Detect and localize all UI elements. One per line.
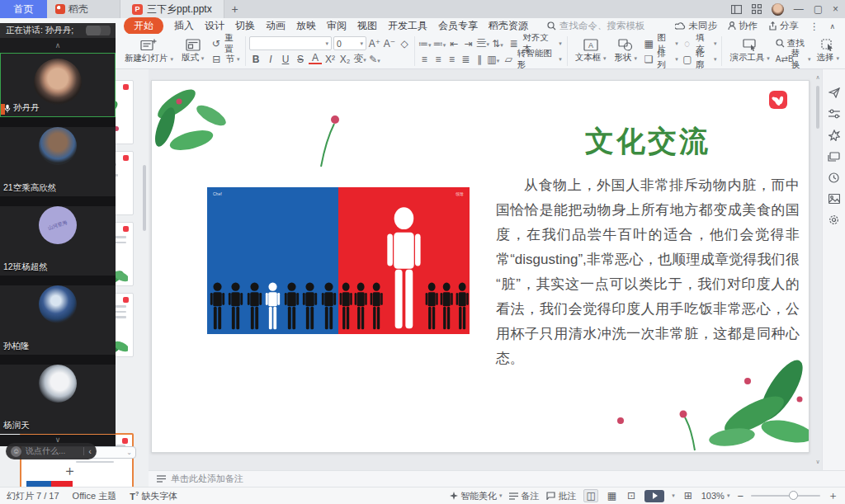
vertical-scrollbar[interactable]: ∧ ∨ xyxy=(814,74,821,465)
distribute-icon[interactable]: ∥ xyxy=(474,54,486,65)
chat-input-placeholder[interactable]: 说点什么... xyxy=(26,445,79,457)
zoom-in-button[interactable]: ＋ xyxy=(828,488,838,503)
tab-animation[interactable]: 动画 xyxy=(266,19,286,33)
user-avatar[interactable] xyxy=(772,3,784,16)
tab-devtools[interactable]: 开发工具 xyxy=(388,19,427,33)
animation-icon[interactable] xyxy=(828,130,840,141)
scroll-down-icon[interactable]: ∨ xyxy=(814,459,821,465)
collapse-up-icon[interactable]: ∧ xyxy=(0,38,116,53)
slide-sorter-view-button[interactable]: ▦ xyxy=(606,490,618,502)
thumbnail-scrollbar[interactable] xyxy=(143,165,146,231)
tab-view[interactable]: 视图 xyxy=(357,19,377,33)
add-slide-plus-button[interactable]: ＋ xyxy=(63,461,77,480)
reading-view-button[interactable]: ⊡ xyxy=(625,490,637,502)
participant-tile[interactable]: 孙柏隆 xyxy=(0,285,116,355)
slide-layout-icon[interactable] xyxy=(828,152,840,162)
maximize-button[interactable]: ▢ xyxy=(814,4,823,14)
apps-grid-icon[interactable] xyxy=(752,4,762,14)
tab-home-ribbon[interactable]: 开始 xyxy=(124,17,163,35)
shape-button[interactable]: 形状 ▾ xyxy=(611,35,641,67)
more-menu-icon[interactable]: ⋮ xyxy=(810,21,819,32)
meeting-chat-pill[interactable]: ☺ 说点什么... ‹ xyxy=(6,443,97,459)
decrease-indent-icon[interactable]: ⇤ xyxy=(447,38,460,49)
strikethrough-button[interactable]: S xyxy=(294,54,307,65)
missing-font-warning[interactable]: T? 缺失字体 xyxy=(130,490,177,502)
notes-bar[interactable]: 单击此处添加备注 xyxy=(149,470,845,487)
tab-transition[interactable]: 切换 xyxy=(235,19,255,33)
tab-review[interactable]: 审阅 xyxy=(327,19,347,33)
participant-tile[interactable]: 山河里海 12班杨超然 xyxy=(0,206,116,276)
tab-design[interactable]: 设计 xyxy=(205,19,224,33)
east-west-boss-infographic[interactable]: Chef 领导 xyxy=(207,187,470,334)
collaborate-button[interactable]: 协作 xyxy=(728,20,758,32)
normal-view-button[interactable]: ◫ xyxy=(583,489,597,502)
text-effect-button[interactable]: 变▾ xyxy=(353,52,366,66)
columns-icon[interactable]: ▥▾ xyxy=(487,54,499,65)
reset-button[interactable]: ↺重置 xyxy=(208,36,242,51)
tab-insert[interactable]: 插入 xyxy=(174,19,194,33)
new-slide-button[interactable]: 新建幻灯片 ▾ xyxy=(120,35,177,67)
align-right-icon[interactable]: ≡ xyxy=(446,54,458,65)
docer-tab[interactable]: 稻壳 xyxy=(47,0,97,18)
decrease-font-icon[interactable]: A⁻ xyxy=(383,38,396,49)
tab-docer-res[interactable]: 稻壳资源 xyxy=(489,19,528,33)
scroll-up-icon[interactable]: ∧ xyxy=(814,74,821,81)
slide-title[interactable]: 文化交流 xyxy=(496,122,800,161)
justify-icon[interactable]: ≣ xyxy=(460,54,472,65)
arrange-button[interactable]: ❏排列▾ xyxy=(641,52,680,67)
text-direction-icon[interactable]: 亖▾ xyxy=(476,36,489,50)
subscript-button[interactable]: X₂ xyxy=(338,54,352,65)
highlight-button[interactable]: ✎▾ xyxy=(368,54,381,65)
increase-font-icon[interactable]: A⁺ xyxy=(368,38,381,49)
participant-tile[interactable]: 杨润天 xyxy=(0,365,116,434)
zoom-level[interactable]: 103%▾ xyxy=(701,491,730,501)
align-center-icon[interactable]: ≡ xyxy=(432,54,445,65)
settings-gear-icon[interactable] xyxy=(828,214,839,225)
emoji-icon[interactable]: ☺ xyxy=(11,446,21,457)
line-spacing-icon[interactable]: ⇅▾ xyxy=(491,38,504,49)
close-button[interactable]: × xyxy=(833,4,838,14)
present-tools-button[interactable]: 演示工具 ▾ xyxy=(725,35,773,67)
outline-button[interactable]: ▢轮廓▾ xyxy=(680,52,719,67)
bullet-list-icon[interactable]: ≔▾ xyxy=(418,38,432,49)
increase-indent-icon[interactable]: ⇥ xyxy=(462,38,475,49)
section-button[interactable]: ⊟节▾ xyxy=(208,52,242,67)
play-options-caret[interactable]: ▾ xyxy=(672,492,675,499)
fit-window-button[interactable]: ⊞ xyxy=(682,490,694,502)
participant-tile[interactable]: 孙丹丹 xyxy=(0,53,116,117)
smart-graphic-button[interactable]: ▱转智能图形▾ xyxy=(501,52,564,67)
collapse-ribbon-icon[interactable]: ∧ xyxy=(829,22,835,31)
layout-switch-icon[interactable] xyxy=(731,5,742,14)
italic-button[interactable]: I xyxy=(264,54,277,65)
tab-slideshow[interactable]: 放映 xyxy=(296,19,316,33)
theme-name[interactable]: Office 主题 xyxy=(73,490,117,502)
play-slideshow-button[interactable] xyxy=(644,490,664,502)
select-button[interactable]: 选择 ▾ xyxy=(813,35,843,67)
align-left-icon[interactable]: ≡ xyxy=(418,54,431,65)
sync-status[interactable]: 未同步 xyxy=(675,20,717,32)
bold-button[interactable]: B xyxy=(249,54,262,65)
home-tab[interactable]: 首页 xyxy=(0,0,47,18)
scrollbar-thumb[interactable] xyxy=(816,86,819,129)
zoom-slider-thumb[interactable] xyxy=(789,491,798,500)
number-list-icon[interactable]: ≕▾ xyxy=(433,38,446,49)
new-tab-button[interactable]: + xyxy=(224,0,246,18)
chat-collapse-icon[interactable]: ‹ xyxy=(88,447,92,456)
layout-button[interactable]: 版式 ▾ xyxy=(177,35,208,67)
notes-toggle[interactable]: 备注 xyxy=(509,490,539,502)
minimize-button[interactable]: — xyxy=(794,4,804,14)
document-tab[interactable]: P 三下乡ppt.pptx xyxy=(120,0,224,18)
superscript-button[interactable]: X² xyxy=(323,54,337,65)
timer-icon[interactable] xyxy=(828,172,839,183)
zoom-slider[interactable] xyxy=(751,495,820,497)
command-search[interactable]: 查找命令、搜索模板 xyxy=(547,20,645,32)
font-color-button[interactable]: A xyxy=(309,54,322,64)
tab-member[interactable]: 会员专享 xyxy=(438,19,478,33)
share-button[interactable]: 分享 xyxy=(768,20,799,32)
smart-beautify-button[interactable]: 智能美化▾ xyxy=(450,490,503,502)
slide-7[interactable]: 文化交流 从食物上，外国人非常排斥动物内脏，而中国恰恰是能把动物身上所有地方都变… xyxy=(151,80,810,453)
replace-button[interactable]: A⇄B替换▾ xyxy=(774,52,813,67)
font-size-select[interactable]: 0▾ xyxy=(333,36,366,50)
zoom-out-button[interactable]: − xyxy=(737,490,744,502)
image-tools-icon[interactable] xyxy=(828,194,840,204)
